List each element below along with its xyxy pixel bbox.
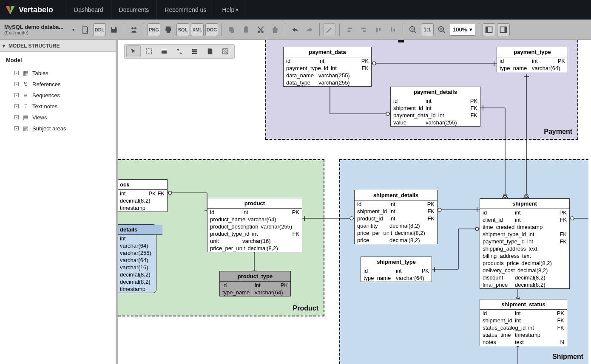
diagram-canvas[interactable]: Payment Product Shipment xyxy=(118,40,591,364)
sidebar-item-textnotes[interactable]: +🗎Text notes xyxy=(4,101,111,112)
table-product-type[interactable]: product_type idintPKtype_namevarchar(64) xyxy=(219,271,291,296)
table-column[interactable]: quanititydecimal(8,2) xyxy=(355,222,437,229)
table-shipment-details[interactable]: shipment_details idintPKshipment_idintFK… xyxy=(354,190,438,244)
table-column[interactable]: products_pricedecimal(8,2) xyxy=(480,260,569,267)
table-column[interactable]: valuevarchar(255) xyxy=(391,119,480,126)
cut-button[interactable] xyxy=(254,23,267,36)
table-column[interactable]: product_namevarchar(64) xyxy=(207,216,302,223)
toggle-right-panel-button[interactable] xyxy=(497,23,510,36)
nav-recommend[interactable]: Recommend us xyxy=(157,0,214,20)
table-column[interactable]: idintPK xyxy=(355,200,437,208)
table-column[interactable]: billing_addresstext xyxy=(480,252,569,260)
table-payment-type[interactable]: payment_type idintPKtype_namevarchar(64) xyxy=(497,47,568,72)
table-column[interactable]: timestamp xyxy=(118,204,167,212)
add-note-tool[interactable] xyxy=(203,45,217,57)
align-left-button[interactable] xyxy=(343,23,356,36)
table-column[interactable]: varchar(255) xyxy=(118,249,156,257)
zoom-out-button[interactable] xyxy=(406,23,419,36)
table-column[interactable]: pricedecimal(8,2) xyxy=(355,237,437,244)
table-payment-data[interactable]: payment_data idintPKpayment_type_idintFK… xyxy=(283,47,372,87)
export-png-button[interactable]: PNG xyxy=(148,23,160,36)
table-column[interactable]: idintPK xyxy=(480,310,567,317)
save-button[interactable] xyxy=(108,23,120,36)
add-reference-tool[interactable] xyxy=(172,45,187,57)
document-menu-button[interactable]: ▾ xyxy=(72,27,77,32)
table-column[interactable]: intPK FK xyxy=(118,190,167,197)
sidebar-item-sequences[interactable]: +≡Sequences xyxy=(4,90,111,101)
select-tool[interactable] xyxy=(126,45,141,57)
paste-button[interactable] xyxy=(240,23,253,36)
table-column[interactable]: decimal(8,2) xyxy=(118,278,156,285)
table-column[interactable]: data_namevarchar(255) xyxy=(284,72,371,79)
table-stock-partial[interactable]: ock intPK FKdecimal(8,2)timestamp xyxy=(118,179,168,212)
align-right-button[interactable] xyxy=(358,23,370,36)
logo[interactable]: Vertabelo xyxy=(4,4,53,16)
table-details-partial[interactable]: details intvarchar(64)varchar(255)varcha… xyxy=(118,224,156,293)
table-column[interactable]: decimal(8,2) xyxy=(118,271,156,278)
export-doc-button[interactable]: DOC xyxy=(205,23,218,36)
nav-help[interactable]: Help▾ xyxy=(214,0,246,20)
table-product[interactable]: product idintPKproduct_namevarchar(64)pr… xyxy=(207,198,302,252)
tree-root[interactable]: Model xyxy=(6,57,111,63)
ddl-button[interactable]: DDL xyxy=(93,23,106,36)
sidebar-item-views[interactable]: +▤Views xyxy=(4,112,111,123)
edit-button[interactable] xyxy=(323,23,336,36)
table-column[interactable]: notestextN xyxy=(480,339,567,346)
table-column[interactable]: payment_type_idintFK xyxy=(480,238,569,245)
sidebar-item-tables[interactable]: +▦Tables xyxy=(4,68,111,79)
nav-documents[interactable]: Documents xyxy=(111,0,157,20)
sidebar-item-subjectareas[interactable]: +▨Subject areas xyxy=(4,123,111,134)
table-column[interactable]: time_createdtimestamp xyxy=(480,223,569,231)
collapse-button[interactable]: ▾ xyxy=(3,43,5,49)
table-column[interactable]: timestamp xyxy=(118,285,156,293)
table-column[interactable]: idintPK xyxy=(284,57,371,65)
table-column[interactable]: shipment_idintFK xyxy=(391,104,480,112)
table-column[interactable]: decimal(8,2) xyxy=(118,197,167,204)
table-column[interactable]: varchar(64) xyxy=(118,242,156,249)
table-column[interactable]: idintPK xyxy=(361,267,432,274)
table-shipment[interactable]: shipment idintPKclient_idintFKtime_creat… xyxy=(480,198,570,289)
table-column[interactable]: price_per_unitdecimal(8,2) xyxy=(207,245,302,252)
nav-dashboard[interactable]: Dashboard xyxy=(66,0,111,20)
align-top-button[interactable] xyxy=(372,23,385,36)
table-column[interactable]: delivery_costdecimal(8,2) xyxy=(480,267,569,274)
sidebar-item-references[interactable]: +↯References xyxy=(4,79,111,90)
table-column[interactable]: payment_type_idintFK xyxy=(284,65,371,72)
table-shipment-type[interactable]: shipment_type idintPKtype_namevarchar(64… xyxy=(361,257,432,282)
undo-button[interactable] xyxy=(289,23,301,36)
table-column[interactable]: client_idintFK xyxy=(480,216,569,223)
zoom-in-button[interactable] xyxy=(435,23,448,36)
delete-button[interactable] xyxy=(269,23,281,36)
zoom-fit-button[interactable]: 1:1 xyxy=(421,23,434,36)
table-column[interactable]: int xyxy=(118,235,156,242)
print-button[interactable] xyxy=(162,23,175,36)
copy-button[interactable] xyxy=(225,23,238,36)
toggle-left-panel-button[interactable] xyxy=(483,23,495,36)
table-column[interactable]: data_typevarchar(255) xyxy=(284,79,371,86)
table-column[interactable]: idintPK xyxy=(497,57,568,65)
align-bottom-button[interactable] xyxy=(386,23,399,36)
table-column[interactable]: shipment_idintFK xyxy=(355,208,437,215)
zoom-select[interactable]: 100%▾ xyxy=(450,24,475,36)
marquee-tool[interactable] xyxy=(142,45,156,57)
table-column[interactable]: idintPK xyxy=(220,282,290,289)
table-column[interactable]: type_namevarchar(64) xyxy=(220,289,290,296)
table-column[interactable]: idintPK xyxy=(391,97,480,104)
new-button[interactable] xyxy=(79,23,91,36)
table-column[interactable]: product_descriptionvarchar(255) xyxy=(207,223,302,230)
table-column[interactable]: price_per_unitdecimal(8,2) xyxy=(355,229,437,237)
table-column[interactable]: unitvarchar(16) xyxy=(207,237,302,245)
table-column[interactable]: product_type_idintFK xyxy=(207,230,302,237)
table-column[interactable]: idintPK xyxy=(480,209,569,216)
table-column[interactable]: varchar(16) xyxy=(118,264,156,271)
table-column[interactable]: payment_data_idintFK xyxy=(391,112,480,119)
table-column[interactable]: type_namevarchar(64) xyxy=(497,65,568,72)
table-column[interactable]: product_idintFK xyxy=(355,215,437,222)
table-column[interactable]: status_timetimestamp xyxy=(480,331,567,339)
redo-button[interactable] xyxy=(303,23,316,36)
add-view-tool[interactable] xyxy=(188,45,202,57)
add-table-tool[interactable] xyxy=(157,45,171,57)
export-sql-button[interactable]: SQL xyxy=(176,23,189,36)
export-xml-button[interactable]: XML xyxy=(191,23,204,36)
table-column[interactable]: final_pricedecimal(8,2) xyxy=(480,281,569,288)
